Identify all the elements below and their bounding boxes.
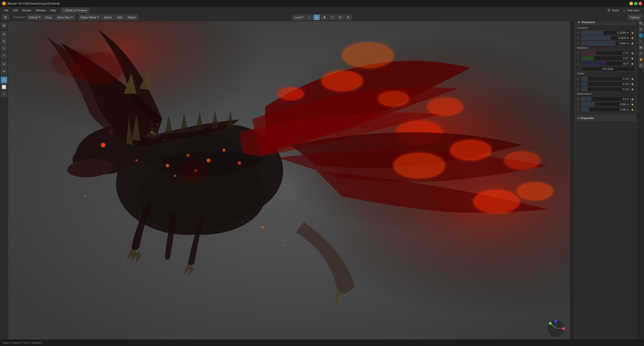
viewport[interactable]: X Y Z (8, 21, 574, 346)
viewport-shading-material[interactable]: ◑ (321, 15, 328, 20)
rotation-x-lock[interactable]: 🔒 (631, 51, 634, 55)
rotation-y-lock[interactable]: 🔒 (631, 57, 634, 60)
rotation-mode-value: XYZ Euler (602, 68, 614, 70)
add-mesh-tool-button[interactable]: ⬡ (1, 77, 7, 83)
svg-point-39 (164, 139, 165, 140)
right-panel-content: ▼ Transform Location: X 0.22309 m 🔒 (574, 18, 637, 346)
options-label: Options (630, 16, 640, 19)
viewport-gizmo[interactable]: X Y Z (546, 318, 566, 338)
viewport-shading-solid[interactable]: ■ (313, 15, 320, 20)
right-panel: Options ▼ Transform Location: X 0.2230 (574, 14, 644, 346)
location-x-row: X 0.22309 m 🔒 (577, 30, 634, 35)
location-y-lock[interactable]: 🔒 (631, 36, 634, 40)
menu-render[interactable]: Render (20, 8, 33, 13)
location-y-field[interactable]: 5.0526 m (582, 36, 630, 40)
location-header-row: Location: (577, 26, 634, 30)
select-menu-button[interactable]: Select (102, 15, 114, 20)
rotation-y-field[interactable]: -7.47° (582, 56, 630, 61)
menubar: File Edit Render Window Help ◁ Back to P… (0, 7, 644, 14)
dimensions-x-field[interactable]: 0.6 m (582, 97, 630, 101)
dimensions-y-value: 0.832 m (620, 103, 629, 106)
rotation-z-field[interactable]: 33.3° (582, 61, 630, 66)
orientation-dropdown[interactable]: Default (27, 15, 42, 20)
annotate-tool-button[interactable]: ✏ (1, 61, 7, 67)
location-z-field[interactable]: 7.9164 m (582, 41, 630, 45)
cursor-tool-button[interactable]: ⊕ (1, 22, 7, 29)
object-menu-button[interactable]: Object (126, 15, 138, 20)
dimensions-x-label: X (577, 98, 582, 101)
panel-tab-object[interactable]: ▣ (638, 45, 644, 50)
move-tool-button[interactable]: ✛ (1, 31, 7, 37)
scale-z-field[interactable]: 0.119 (582, 87, 630, 91)
rotation-y-label: Y (577, 57, 582, 60)
object-mode-dropdown[interactable]: Object Mode (79, 15, 101, 20)
editor-type-button[interactable]: ⊞ (2, 15, 9, 20)
menu-help[interactable]: Help (48, 8, 58, 13)
dimensions-z-field[interactable]: 0.346 m (582, 107, 630, 112)
viewport-shading-render[interactable]: ⬡ (329, 15, 336, 20)
toolbar-sep-1 (11, 15, 11, 20)
svg-point-27 (174, 175, 176, 177)
select-box-button[interactable]: Select Box (55, 15, 75, 20)
options-button[interactable]: Options (628, 15, 642, 20)
menu-edit[interactable]: Edit (11, 8, 20, 13)
transform-tool-button[interactable]: ⌖ (1, 52, 7, 59)
panel-tab-scene[interactable]: 🌐 (638, 33, 644, 38)
dimensions-z-lock[interactable]: 🔒 (631, 108, 634, 111)
viewport-scroll-right[interactable] (570, 21, 574, 339)
scale-x-field[interactable]: 0.119 (582, 76, 630, 81)
location-x-label: X (577, 31, 582, 34)
scale-y-lock[interactable]: 🔒 (631, 82, 634, 86)
panel-tab-tool[interactable]: 🔧 (638, 21, 644, 26)
location-z-label: Z (577, 42, 582, 45)
rotation-z-label: Z (577, 62, 582, 65)
world-tab-icon: ○ (640, 40, 642, 43)
measure-tool-button[interactable]: ⇔ (1, 68, 7, 74)
minimize-button[interactable] (629, 2, 633, 5)
menu-window[interactable]: Window (34, 8, 48, 13)
close-button[interactable] (638, 2, 642, 5)
viewport-overlay-button[interactable]: ◎ (337, 15, 344, 20)
svg-point-33 (282, 239, 284, 241)
dimensions-y-field[interactable]: 0.832 m (582, 102, 630, 107)
panel-tab-particles[interactable]: ✦ (638, 51, 644, 56)
rotation-z-lock[interactable]: 🔒 (631, 62, 634, 65)
scale-z-lock[interactable]: 🔒 (631, 87, 634, 91)
rotation-z-row: Z 33.3° 🔒 (577, 61, 634, 66)
location-x-field[interactable]: 0.22309 m (582, 30, 630, 35)
left-sidebar: ⊕ ✛ ↻ ⤡ ⌖ ✏ ⇔ ⬡ ⬜ ○ (0, 21, 8, 346)
scale-x-lock[interactable]: 🔒 (631, 77, 634, 80)
scale-tool-button[interactable]: ⤡ (1, 45, 7, 52)
svg-point-13 (278, 87, 304, 100)
rotation-mode-field[interactable]: XYZ Euler (582, 67, 634, 71)
rotation-x-field[interactable]: -17.9° (582, 51, 630, 55)
select-circle-tool-button[interactable]: ○ (1, 91, 7, 97)
scale-y-field[interactable]: 0.119 (582, 82, 630, 86)
tool-sep-1 (2, 30, 7, 30)
back-to-previous-button[interactable]: ◁ Back to Previous (61, 8, 90, 13)
add-mesh-icon: ⬡ (3, 78, 6, 82)
add-menu-button[interactable]: Add (115, 15, 125, 20)
svg-point-21 (517, 182, 553, 200)
location-x-lock[interactable]: 🔒 (631, 31, 634, 34)
menu-file[interactable]: File (2, 8, 11, 13)
viewport-gizmo-button[interactable]: ⊕ (345, 15, 352, 20)
view-perspective-dropdown[interactable]: Local (292, 15, 305, 20)
back-to-previous-label: Back to Previous (66, 9, 87, 12)
drag-button[interactable]: Drag (43, 15, 54, 20)
location-z-value: 7.9164 m (618, 42, 629, 45)
dimensions-y-lock[interactable]: 🔒 (631, 103, 634, 106)
properties-section-header[interactable]: ▶ Properties (575, 115, 636, 121)
select-region-tool-button[interactable]: ⬜ (1, 84, 7, 90)
dimensions-x-lock[interactable]: 🔒 (631, 97, 634, 101)
panel-tab-world[interactable]: ○ (638, 39, 644, 44)
viewport-shading-wire[interactable]: □ (306, 15, 312, 20)
panel-tab-constraints[interactable]: ⛓ (638, 63, 644, 68)
svg-point-22 (166, 164, 169, 167)
panel-tab-physics[interactable]: ⚡ (638, 57, 644, 62)
transform-icon: ⌖ (3, 53, 5, 58)
maximize-button[interactable] (634, 2, 637, 5)
panel-tab-view[interactable]: 👁 (638, 27, 644, 32)
location-z-lock[interactable]: 🔒 (631, 41, 634, 45)
rotate-tool-button[interactable]: ↻ (1, 38, 7, 44)
